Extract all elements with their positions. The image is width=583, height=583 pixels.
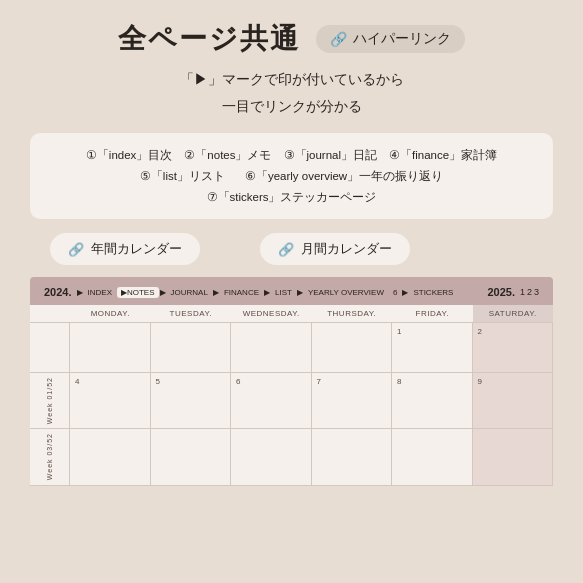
hyperlink-label: ハイパーリンク bbox=[353, 30, 451, 48]
nav-numbers: 1 2 3 bbox=[520, 287, 539, 297]
info-item-6: ⑥「yearly overview」一年の振り返り bbox=[245, 166, 443, 187]
nav-year-left: 2024. bbox=[44, 286, 72, 298]
hyperlink-badge[interactable]: 🔗 ハイパーリンク bbox=[316, 25, 465, 53]
cal-sat-header: SATURDAY. bbox=[473, 305, 554, 322]
cal-cell-0-1 bbox=[151, 323, 232, 372]
cal-cell-1-0: 4 bbox=[70, 373, 151, 428]
link-icon: 🔗 bbox=[330, 31, 347, 47]
monthly-calendar-label: 月間カレンダー bbox=[301, 240, 392, 258]
nav-num-2: 2 bbox=[527, 287, 532, 297]
nav-item-journal[interactable]: JOURNAL bbox=[167, 288, 212, 297]
nav-bar: 2024. ▶ INDEX ▶NOTES ▶ JOURNAL ▶ FINANCE… bbox=[30, 277, 553, 305]
cal-cell-2-0 bbox=[70, 429, 151, 484]
calendar-row-0: 1 2 bbox=[30, 323, 553, 373]
main-title: 全ページ共通 bbox=[118, 20, 300, 58]
info-box-row3: ⑦「stickers」ステッカーページ bbox=[50, 187, 533, 208]
week-label-1: Week 01/52 bbox=[30, 373, 70, 428]
nav-arrow-5: ▶ bbox=[297, 288, 303, 297]
cal-cell-1-3: 7 bbox=[312, 373, 393, 428]
cal-mon-header: MONDAY. bbox=[70, 305, 151, 322]
info-item-4: ④「finance」家計簿 bbox=[389, 145, 497, 166]
cal-cell-1-2: 6 bbox=[231, 373, 312, 428]
info-box-row2: ⑤「list」リスト ⑥「yearly overview」一年の振り返り bbox=[50, 166, 533, 187]
cal-tue-header: TUESDAY. bbox=[151, 305, 232, 322]
nav-item-finance[interactable]: FINANCE bbox=[220, 288, 263, 297]
info-box: ①「index」目次 ②「notes」メモ ③「journal」日記 ④「fin… bbox=[30, 133, 553, 219]
nav-arrow-2: ▶ bbox=[160, 288, 166, 297]
nav-item-list[interactable]: LIST bbox=[271, 288, 296, 297]
week-label-text-2: Week 03/52 bbox=[46, 433, 53, 480]
cal-cell-1-4: 8 bbox=[392, 373, 473, 428]
calendar-row-2: Week 03/52 bbox=[30, 429, 553, 485]
calendar-links-container: 🔗 年間カレンダー 🔗 月間カレンダー bbox=[30, 233, 553, 265]
nav-arrow-6: ▶ bbox=[402, 288, 408, 297]
nav-arrow-4: ▶ bbox=[264, 288, 270, 297]
cal-cell-1-1: 5 bbox=[151, 373, 232, 428]
page-header: 全ページ共通 🔗 ハイパーリンク bbox=[30, 20, 553, 58]
nav-item-stickers[interactable]: STICKERS bbox=[409, 288, 457, 297]
info-item-2: ②「notes」メモ bbox=[184, 145, 271, 166]
calendar-grid: MONDAY. TUESDAY. WEDNESDAY. THURSDAY. FR… bbox=[30, 305, 553, 485]
yearly-calendar-label: 年間カレンダー bbox=[91, 240, 182, 258]
info-item-5: ⑤「list」リスト bbox=[140, 166, 225, 187]
info-box-row1: ①「index」目次 ②「notes」メモ ③「journal」日記 ④「fin… bbox=[50, 145, 533, 166]
nav-item-notes[interactable]: ▶NOTES bbox=[117, 287, 159, 298]
cal-cell-2-5 bbox=[473, 429, 554, 484]
cal-cell-2-1 bbox=[151, 429, 232, 484]
nav-item-index[interactable]: INDEX bbox=[84, 288, 116, 297]
monthly-calendar-button[interactable]: 🔗 月間カレンダー bbox=[260, 233, 410, 265]
week-label-text-1: Week 01/52 bbox=[46, 377, 53, 424]
nav-arrow-1: ▶ bbox=[77, 288, 83, 297]
calendar-row-1: Week 01/52 4 5 6 7 8 9 bbox=[30, 373, 553, 429]
info-item-1: ①「index」目次 bbox=[86, 145, 173, 166]
nav-num-3: 3 bbox=[534, 287, 539, 297]
cal-cell-1-5: 9 bbox=[473, 373, 554, 428]
cal-cell-0-2 bbox=[231, 323, 312, 372]
cal-cell-0-3 bbox=[312, 323, 393, 372]
nav-arrow-3: ▶ bbox=[213, 288, 219, 297]
nav-item-yearly[interactable]: YEARLY OVERVIEW bbox=[304, 288, 388, 297]
subtitle-line2: 一目でリンクが分かる bbox=[30, 93, 553, 120]
nav-year-right: 2025. bbox=[487, 286, 515, 298]
cal-cell-2-3 bbox=[312, 429, 393, 484]
info-item-3: ③「journal」日記 bbox=[284, 145, 378, 166]
subtitle-line1: 「▶」マークで印が付いているから bbox=[30, 66, 553, 93]
cal-wed-header: WEDNESDAY. bbox=[231, 305, 312, 322]
cal-week-header bbox=[30, 305, 70, 322]
cal-thu-header: THURSDAY. bbox=[312, 305, 393, 322]
cal-cell-0-4: 1 bbox=[392, 323, 473, 372]
calendar-header-row: MONDAY. TUESDAY. WEDNESDAY. THURSDAY. FR… bbox=[30, 305, 553, 323]
yearly-calendar-button[interactable]: 🔗 年間カレンダー bbox=[50, 233, 200, 265]
yearly-link-icon: 🔗 bbox=[68, 242, 84, 257]
subtitle: 「▶」マークで印が付いているから 一目でリンクが分かる bbox=[30, 66, 553, 119]
nav-num-1: 1 bbox=[520, 287, 525, 297]
monthly-link-icon: 🔗 bbox=[278, 242, 294, 257]
week-label-2: Week 03/52 bbox=[30, 429, 70, 484]
cal-cell-2-2 bbox=[231, 429, 312, 484]
cal-cell-2-4 bbox=[392, 429, 473, 484]
week-label-0 bbox=[30, 323, 70, 372]
cal-cell-0-5: 2 bbox=[473, 323, 554, 372]
cal-fri-header: FRIDAY. bbox=[392, 305, 473, 322]
cal-cell-0-0 bbox=[70, 323, 151, 372]
nav-item-number-6: 6 bbox=[389, 288, 401, 297]
info-item-7: ⑦「stickers」ステッカーページ bbox=[207, 187, 377, 208]
